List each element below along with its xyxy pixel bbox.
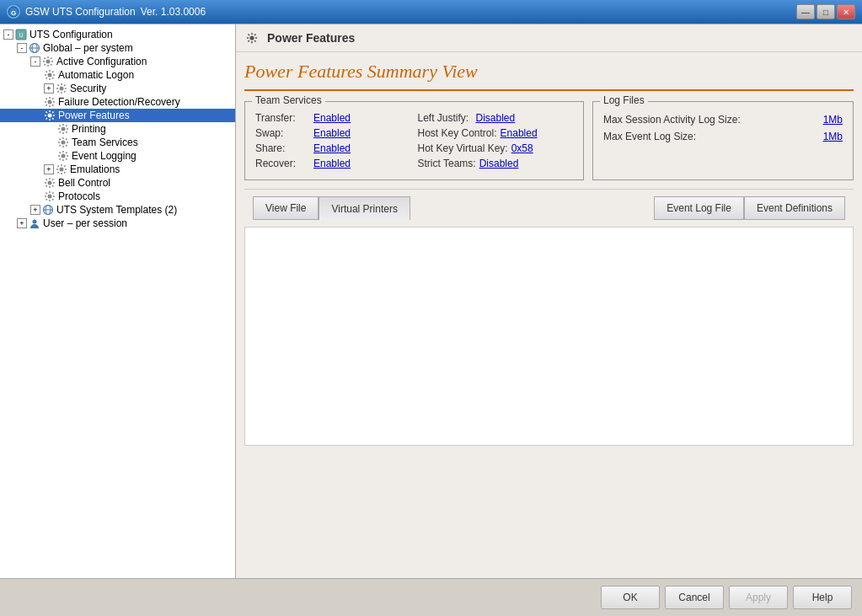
ts-hot-key-value[interactable]: 0x58 [511,142,533,154]
lf-event-label: Max Event Log Size: [603,131,823,142]
maximize-button[interactable]: □ [816,4,835,19]
svg-point-9 [60,87,64,91]
ts-hot-key-row: Hot Key Virtual Key: 0x58 [418,142,574,154]
ts-transfer-value[interactable]: Enabled [313,112,351,124]
user-label: User – per session [43,217,127,229]
emulations-gear-icon [56,163,67,175]
global-label: Global – per system [43,42,133,54]
ts-host-key-value[interactable]: Enabled [501,127,538,139]
cancel-button[interactable]: Cancel [665,586,724,609]
svg-point-11 [48,114,52,118]
tree-panel: - U UTS Configuration - Global – per sys… [0,24,236,578]
event-log-file-button[interactable]: Event Log File [654,196,744,220]
tree-item-printing[interactable]: Printing [0,122,235,136]
tree-item-event-logging[interactable]: Event Logging [0,149,235,163]
apply-button[interactable]: Apply [729,586,788,609]
tree-item-bell-control[interactable]: Bell Control [0,176,235,190]
ts-host-key-label: Host Key Control: [418,127,497,139]
ts-recover-value[interactable]: Enabled [313,158,351,169]
svg-point-14 [62,154,66,158]
panel-header-title: Power Features [267,31,355,45]
lf-event-value[interactable]: 1Mb [823,131,843,142]
power-features-label: Power Features [58,110,130,121]
help-button[interactable]: Help [793,586,852,609]
printing-gear-icon [57,123,69,135]
event-definitions-button[interactable]: Event Definitions [744,196,845,220]
ts-left-justify-value[interactable]: Disabled [476,112,516,124]
right-panel: Power Features Power Features Summary Vi… [236,24,862,578]
tree-item-emulations[interactable]: + Emulations [0,163,235,176]
app-icon: G [7,5,20,19]
expand-global[interactable]: - [17,43,27,53]
lf-session-value[interactable]: 1Mb [823,114,843,126]
expand-user[interactable]: + [17,218,27,228]
ts-swap-row: Swap: Enabled [255,127,411,139]
panel-content: Power Features Summary View Team Service… [236,52,862,578]
expand-uts-templates[interactable]: + [30,205,40,215]
tree-item-root[interactable]: - U UTS Configuration [0,28,235,41]
expand-active-config[interactable]: - [30,56,40,67]
tree-item-power-features[interactable]: Power Features [0,109,235,122]
app-title: GSW UTS Configuration [25,6,136,18]
tree-item-protocols[interactable]: Protocols [0,190,235,203]
team-services-label: Team Services [72,137,138,148]
svg-point-17 [48,195,52,199]
tree-item-user[interactable]: + User – per session [0,217,235,230]
expand-root[interactable]: - [3,29,13,40]
event-logging-gear-icon [57,150,69,162]
panel-header: Power Features [236,24,862,52]
close-button[interactable]: ✕ [837,4,855,19]
ts-recover-row: Recover: Enabled [255,158,411,169]
ts-strict-teams-label: Strict Teams: [418,158,476,169]
ts-recover-label: Recover: [255,158,310,169]
auto-logon-gear-icon [44,69,56,81]
panel-header-icon [246,32,258,44]
team-services-group-label: Team Services [252,94,325,106]
view-file-button[interactable]: View File [253,196,319,220]
ts-swap-value[interactable]: Enabled [313,127,351,139]
expand-security[interactable]: + [44,83,54,94]
title-bar: G GSW UTS Configuration Ver. 1.03.0006 —… [0,0,862,24]
tree-item-active-config[interactable]: - Active Configuration [0,55,235,68]
uts-templates-icon [42,204,54,216]
lf-session-label: Max Session Activity Log Size: [603,114,823,126]
team-services-grid: Transfer: Enabled Left Justify: Disabled… [255,112,573,169]
tree-item-team-services[interactable]: Team Services [0,136,235,149]
svg-point-8 [48,73,52,78]
svg-point-15 [60,168,64,172]
uts-icon: U [15,29,27,40]
ts-share-value[interactable]: Enabled [313,142,351,154]
uts-templates-label: UTS System Templates (2) [56,204,177,216]
ts-strict-teams-value[interactable]: Disabled [479,158,519,169]
lf-event-row: Max Event Log Size: 1Mb [603,131,843,142]
expand-emulations[interactable]: + [44,164,54,174]
tree-root-label: UTS Configuration [29,29,113,40]
page-title: Power Features Summary View [244,61,854,83]
virtual-printers-button[interactable]: Virtual Printers [319,196,410,220]
failure-detect-label: Failure Detection/Recovery [58,96,180,108]
active-config-gear-icon [42,56,54,67]
tree-item-failure-detect[interactable]: Failure Detection/Recovery [0,95,235,109]
log-files-group: Log Files Max Session Activity Log Size:… [592,101,854,180]
event-logging-label: Event Logging [72,150,137,162]
tree-item-uts-system-templates[interactable]: + UTS System Templates (2) [0,203,235,217]
ts-share-label: Share: [255,142,310,154]
failure-detect-gear-icon [44,96,56,108]
app-version: Ver. 1.03.0006 [141,6,206,18]
tree-item-security[interactable]: + Security [0,82,235,95]
ts-swap-label: Swap: [255,127,310,139]
main-container: - U UTS Configuration - Global – per sys… [0,24,862,616]
svg-point-7 [46,60,51,64]
ok-button[interactable]: OK [601,586,660,609]
team-services-group: Team Services Transfer: Enabled Left Jus… [244,101,584,180]
emulations-label: Emulations [70,163,120,175]
title-divider [244,89,854,91]
svg-point-16 [48,181,52,185]
security-gear-icon [56,83,67,94]
tree-item-global[interactable]: - Global – per system [0,41,235,55]
minimize-button[interactable]: — [796,4,815,19]
tree-item-auto-logon[interactable]: Automatic Logon [0,68,235,82]
svg-point-10 [48,100,52,104]
protocols-label: Protocols [58,190,100,202]
ts-transfer-label: Transfer: [255,112,310,124]
